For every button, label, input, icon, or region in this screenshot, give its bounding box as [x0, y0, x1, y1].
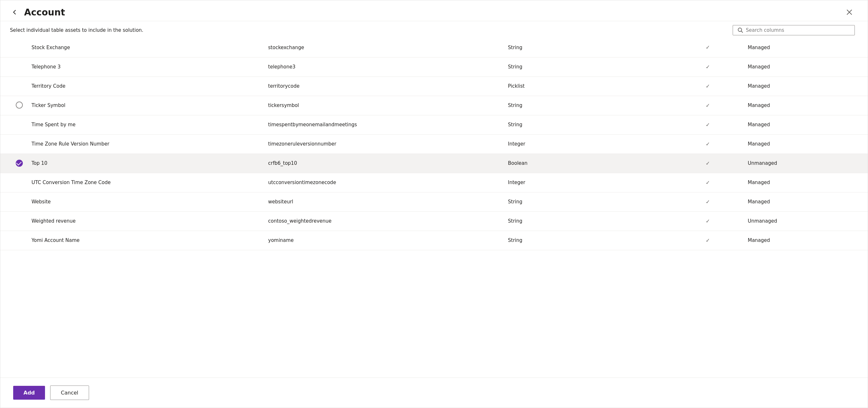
table-row[interactable]: WebsitewebsiteurlString✓Managed — [0, 192, 868, 211]
table-row[interactable]: Time Spent by metimespentbymeonemailandm… — [0, 115, 868, 134]
table-row[interactable]: Ticker SymboltickersymbolString✓Managed — [0, 96, 868, 115]
row-check-icon-cell: ✓ — [668, 211, 748, 231]
row-display-name: UTC Conversion Time Zone Code — [28, 173, 268, 192]
row-status: Managed — [748, 38, 868, 57]
dialog-header: Account — [0, 0, 868, 21]
row-status: Managed — [748, 115, 868, 134]
check-icon: ✓ — [706, 102, 710, 109]
close-icon — [846, 9, 852, 15]
row-check-icon-cell: ✓ — [668, 76, 748, 96]
row-check-icon-cell: ✓ — [668, 38, 748, 57]
svg-point-0 — [738, 28, 742, 32]
row-checkbox-cell — [0, 96, 28, 115]
row-display-name: Top 10 — [28, 154, 268, 173]
row-check-icon-cell: ✓ — [668, 173, 748, 192]
row-checkbox-cell — [0, 38, 28, 57]
subtitle-text: Select individual table assets to includ… — [10, 27, 144, 33]
check-icon: ✓ — [706, 179, 710, 186]
row-status: Managed — [748, 134, 868, 154]
row-checkbox-cell — [0, 231, 28, 250]
row-checkbox-cell — [0, 211, 28, 231]
row-type: String — [508, 211, 668, 231]
row-check-icon-cell: ✓ — [668, 231, 748, 250]
row-display-name: Time Spent by me — [28, 115, 268, 134]
check-icon: ✓ — [706, 64, 710, 70]
check-icon: ✓ — [706, 44, 710, 50]
close-button[interactable] — [844, 7, 855, 18]
check-icon: ✓ — [706, 141, 710, 147]
row-display-name: Yomi Account Name — [28, 231, 268, 250]
row-logical-name: yominame — [268, 231, 508, 250]
dialog-title: Account — [24, 7, 65, 18]
row-type: String — [508, 38, 668, 57]
row-checkbox-cell — [0, 76, 28, 96]
row-check-icon-cell: ✓ — [668, 134, 748, 154]
row-checkbox[interactable] — [16, 160, 23, 167]
row-checkbox-cell — [0, 115, 28, 134]
row-checkbox[interactable] — [16, 102, 23, 109]
back-button[interactable] — [10, 8, 19, 17]
check-icon: ✓ — [706, 83, 710, 89]
row-status: Unmanaged — [748, 211, 868, 231]
table-row[interactable]: Yomi Account NameyominameString✓Managed — [0, 231, 868, 250]
row-status: Managed — [748, 57, 868, 76]
table-container: Stock ExchangestockexchangeString✓Manage… — [0, 38, 868, 377]
search-box[interactable] — [733, 25, 855, 35]
cancel-button[interactable]: Cancel — [50, 385, 89, 400]
columns-table: Stock ExchangestockexchangeString✓Manage… — [0, 38, 868, 250]
row-display-name: Weighted revenue — [28, 211, 268, 231]
row-type: String — [508, 96, 668, 115]
table-row[interactable]: Stock ExchangestockexchangeString✓Manage… — [0, 38, 868, 57]
check-icon: ✓ — [706, 160, 710, 166]
row-status: Managed — [748, 96, 868, 115]
row-type: String — [508, 115, 668, 134]
row-type: Picklist — [508, 76, 668, 96]
row-logical-name: stockexchange — [268, 38, 508, 57]
table-row[interactable]: UTC Conversion Time Zone Codeutcconversi… — [0, 173, 868, 192]
row-type: String — [508, 57, 668, 76]
row-logical-name: crfb6_top10 — [268, 154, 508, 173]
table-row[interactable]: Territory CodeterritorycodePicklist✓Mana… — [0, 76, 868, 96]
row-checkbox-cell — [0, 173, 28, 192]
row-type: String — [508, 231, 668, 250]
row-status: Managed — [748, 192, 868, 211]
row-type: String — [508, 192, 668, 211]
row-checkbox-cell — [0, 134, 28, 154]
row-type: Boolean — [508, 154, 668, 173]
row-checkbox-cell — [0, 57, 28, 76]
row-check-icon-cell: ✓ — [668, 115, 748, 134]
row-display-name: Time Zone Rule Version Number — [28, 134, 268, 154]
dialog-subtitle-bar: Select individual table assets to includ… — [0, 21, 868, 38]
table-row[interactable]: Weighted revenuecontoso_weightedrevenueS… — [0, 211, 868, 231]
row-logical-name: contoso_weightedrevenue — [268, 211, 508, 231]
row-status: Managed — [748, 231, 868, 250]
check-icon: ✓ — [706, 122, 710, 128]
row-status: Managed — [748, 76, 868, 96]
check-icon: ✓ — [706, 237, 710, 243]
row-checkbox-cell — [0, 154, 28, 173]
row-status: Managed — [748, 173, 868, 192]
row-type: Integer — [508, 173, 668, 192]
row-logical-name: timespentbymeonemailandmeetings — [268, 115, 508, 134]
row-logical-name: territorycode — [268, 76, 508, 96]
check-icon: ✓ — [706, 199, 710, 205]
row-checkbox-cell — [0, 192, 28, 211]
search-input[interactable] — [746, 27, 850, 33]
row-check-icon-cell: ✓ — [668, 192, 748, 211]
check-icon: ✓ — [706, 218, 710, 224]
table-row[interactable]: Time Zone Rule Version Numbertimezonerul… — [0, 134, 868, 154]
table-row[interactable]: Top 10crfb6_top10Boolean✓Unmanaged — [0, 154, 868, 173]
row-logical-name: tickersymbol — [268, 96, 508, 115]
account-dialog: Account Select individual table assets t… — [0, 0, 868, 408]
row-display-name: Ticker Symbol — [28, 96, 268, 115]
row-display-name: Territory Code — [28, 76, 268, 96]
table-row[interactable]: Telephone 3telephone3String✓Managed — [0, 57, 868, 76]
row-logical-name: utcconversiontimezonecode — [268, 173, 508, 192]
row-type: Integer — [508, 134, 668, 154]
row-status: Unmanaged — [748, 154, 868, 173]
search-icon — [738, 27, 743, 33]
row-display-name: Stock Exchange — [28, 38, 268, 57]
add-button[interactable]: Add — [13, 386, 45, 400]
dialog-footer: Add Cancel — [0, 377, 868, 408]
row-display-name: Telephone 3 — [28, 57, 268, 76]
